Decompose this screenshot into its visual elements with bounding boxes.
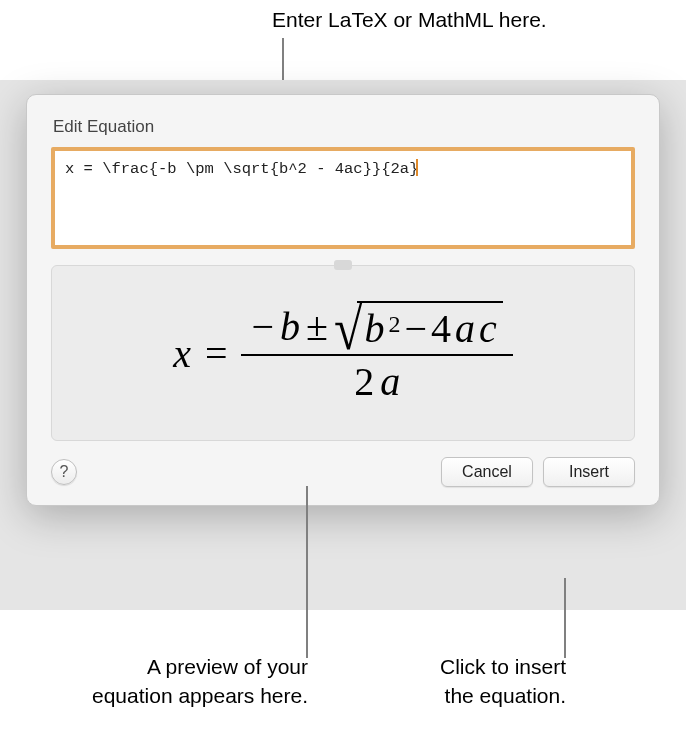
callout-insert: Click to insertthe equation.: [376, 653, 566, 710]
equation-input-text: x = \frac{-b \pm \sqrt{b^2 - 4ac}}{2a}: [65, 160, 418, 178]
dialog-footer: ? Cancel Insert: [51, 457, 635, 487]
eq-den-a: a: [380, 358, 400, 405]
eq-equals: =: [205, 330, 228, 377]
dialog-title: Edit Equation: [53, 117, 635, 137]
edit-equation-dialog: Edit Equation x = \frac{-b \pm \sqrt{b^2…: [26, 94, 660, 506]
eq-minus2: −: [405, 305, 428, 352]
equation-input[interactable]: x = \frac{-b \pm \sqrt{b^2 - 4ac}}{2a}: [51, 147, 635, 249]
text-caret: [416, 159, 418, 176]
eq-sqrt: √ b2 − 4 a c: [334, 301, 503, 352]
help-button[interactable]: ?: [51, 459, 77, 485]
eq-pm: ±: [306, 303, 328, 350]
help-icon: ?: [60, 463, 69, 481]
eq-sup2: 2: [389, 311, 401, 338]
eq-c: c: [479, 305, 497, 352]
equation-preview: x = − b ± √ b2 −: [51, 265, 635, 441]
eq-fraction: − b ± √ b2 − 4 a c: [241, 299, 512, 407]
callout-input: Enter LaTeX or MathML here.: [272, 6, 547, 34]
eq-a1: a: [455, 305, 475, 352]
cancel-button[interactable]: Cancel: [441, 457, 533, 487]
callout-preview: A preview of yourequation appears here.: [68, 653, 308, 710]
eq-den-two: 2: [354, 358, 374, 405]
rendered-equation: x = − b ± √ b2 −: [173, 299, 513, 407]
insert-button[interactable]: Insert: [543, 457, 635, 487]
eq-b1: b: [280, 303, 300, 350]
radical-icon: √: [334, 308, 363, 350]
eq-b2: b: [365, 305, 385, 352]
preview-notch: [334, 260, 352, 270]
eq-minus: −: [251, 303, 274, 350]
eq-four: 4: [431, 305, 451, 352]
eq-lhs: x: [173, 330, 191, 377]
